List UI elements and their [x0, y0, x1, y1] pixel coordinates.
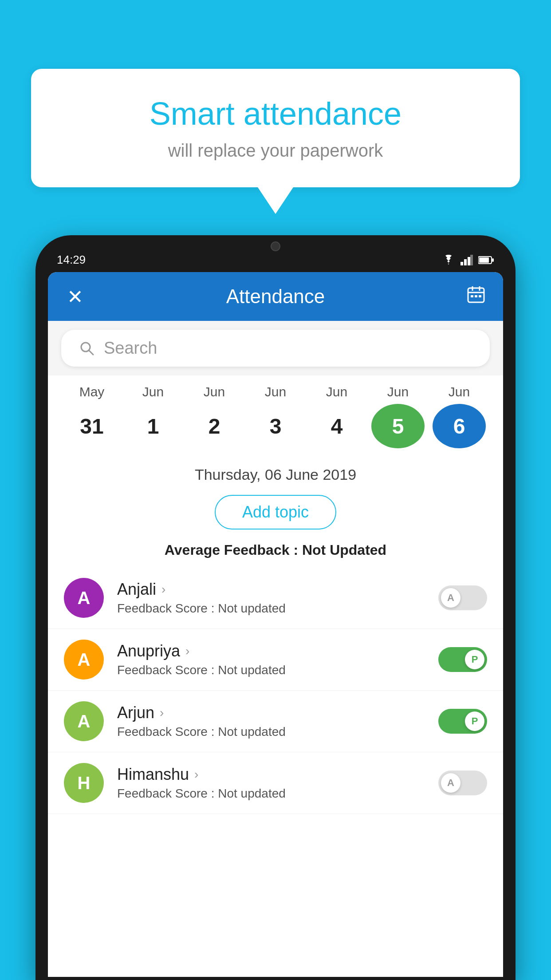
close-button[interactable]: ✕	[64, 285, 86, 308]
attendance-toggle[interactable]: P	[438, 709, 487, 734]
toggle-knob: P	[465, 711, 484, 731]
toggle-off[interactable]: A	[438, 771, 487, 795]
feedback-score: Feedback Score : Not updated	[117, 601, 438, 616]
cal-month-6: Jun	[433, 384, 486, 399]
avg-feedback: Average Feedback : Not Updated	[48, 537, 503, 567]
search-icon	[79, 340, 95, 356]
signal-icon	[460, 255, 473, 265]
add-topic-button[interactable]: Add topic	[215, 495, 336, 530]
speech-bubble-subtitle: will replace your paperwork	[67, 141, 484, 161]
student-info: Himanshu › Feedback Score : Not updated	[117, 765, 438, 801]
chevron-right-icon: ›	[161, 582, 165, 597]
svg-rect-6	[492, 258, 494, 262]
notch	[249, 235, 302, 257]
toggle-knob: A	[441, 773, 460, 793]
add-topic-container: Add topic	[48, 488, 503, 537]
list-item: H Himanshu › Feedback Score : Not update…	[48, 752, 503, 814]
avatar: A	[64, 701, 104, 741]
list-item: A Anupriya › Feedback Score : Not update…	[48, 629, 503, 691]
svg-rect-5	[479, 257, 489, 263]
cal-date-2[interactable]: 2	[188, 404, 241, 448]
cal-month-4: Jun	[310, 384, 363, 399]
student-list: A Anjali › Feedback Score : Not updated …	[48, 567, 503, 814]
student-info: Anjali › Feedback Score : Not updated	[117, 580, 438, 616]
student-name[interactable]: Anjali ›	[117, 580, 438, 599]
attendance-toggle[interactable]: A	[438, 771, 487, 795]
avg-feedback-label: Average Feedback :	[165, 542, 298, 558]
feedback-score: Feedback Score : Not updated	[117, 725, 438, 739]
svg-rect-3	[470, 255, 473, 265]
calendar-button[interactable]	[465, 285, 487, 308]
chevron-right-icon: ›	[194, 767, 198, 782]
svg-rect-13	[479, 295, 481, 297]
cal-month-3: Jun	[249, 384, 302, 399]
cal-month-1: Jun	[126, 384, 180, 399]
wifi-icon	[442, 255, 455, 265]
search-placeholder: Search	[104, 339, 157, 358]
list-item: A Arjun › Feedback Score : Not updated P	[48, 691, 503, 752]
avatar: A	[64, 640, 104, 680]
student-info: Anupriya › Feedback Score : Not updated	[117, 642, 438, 677]
camera	[271, 241, 280, 251]
svg-rect-2	[468, 257, 470, 265]
cal-month-5: Jun	[371, 384, 425, 399]
toggle-off[interactable]: A	[438, 585, 487, 610]
toggle-on[interactable]: P	[438, 709, 487, 734]
speech-bubble-tail	[258, 187, 293, 214]
avg-feedback-value: Not Updated	[302, 542, 386, 558]
svg-line-15	[89, 350, 93, 355]
date-info: Thursday, 06 June 2019	[48, 457, 503, 488]
battery-icon	[478, 256, 494, 265]
svg-rect-0	[460, 262, 463, 265]
cal-date-6[interactable]: 6	[433, 404, 486, 448]
cal-month-2: Jun	[188, 384, 241, 399]
status-bar: 14:29	[48, 249, 503, 267]
feedback-score: Feedback Score : Not updated	[117, 663, 438, 677]
toggle-knob: A	[441, 588, 460, 608]
app-header: ✕ Attendance	[48, 272, 503, 321]
feedback-score: Feedback Score : Not updated	[117, 786, 438, 801]
selected-date: Thursday, 06 June 2019	[48, 466, 503, 483]
svg-rect-11	[471, 295, 473, 297]
calendar-months: May Jun Jun Jun Jun Jun Jun	[57, 384, 494, 399]
search-input[interactable]: Search	[61, 330, 490, 367]
cal-date-0[interactable]: 31	[65, 404, 118, 448]
cal-date-1[interactable]: 1	[126, 404, 180, 448]
speech-bubble: Smart attendance will replace your paper…	[31, 69, 520, 187]
avatar: A	[64, 578, 104, 618]
list-item: A Anjali › Feedback Score : Not updated …	[48, 567, 503, 629]
phone-screen: ✕ Attendance S	[48, 272, 503, 977]
chevron-right-icon: ›	[185, 644, 189, 658]
phone-frame: 14:29	[35, 235, 516, 980]
status-icons	[442, 255, 494, 265]
avatar: H	[64, 763, 104, 803]
toggle-knob: P	[465, 650, 484, 669]
cal-month-0: May	[65, 384, 118, 399]
cal-date-5[interactable]: 5	[371, 404, 425, 448]
svg-rect-1	[464, 259, 467, 265]
attendance-toggle[interactable]: A	[438, 585, 487, 610]
calendar-dates: 31 1 2 3 4 5 6	[57, 399, 494, 457]
toggle-on[interactable]: P	[438, 647, 487, 672]
student-name[interactable]: Anupriya ›	[117, 642, 438, 660]
attendance-toggle[interactable]: P	[438, 647, 487, 672]
phone-time: 14:29	[57, 253, 86, 267]
student-name[interactable]: Himanshu ›	[117, 765, 438, 784]
cal-date-4[interactable]: 4	[310, 404, 363, 448]
svg-rect-12	[475, 295, 477, 297]
speech-bubble-container: Smart attendance will replace your paper…	[31, 69, 520, 214]
student-name[interactable]: Arjun ›	[117, 703, 438, 722]
header-title: Attendance	[86, 285, 465, 308]
speech-bubble-title: Smart attendance	[67, 95, 484, 132]
cal-date-3[interactable]: 3	[249, 404, 302, 448]
calendar-row: May Jun Jun Jun Jun Jun Jun 31 1 2 3 4 5…	[48, 375, 503, 457]
student-info: Arjun › Feedback Score : Not updated	[117, 703, 438, 739]
chevron-right-icon: ›	[160, 706, 164, 720]
search-bar-container: Search	[48, 321, 503, 375]
